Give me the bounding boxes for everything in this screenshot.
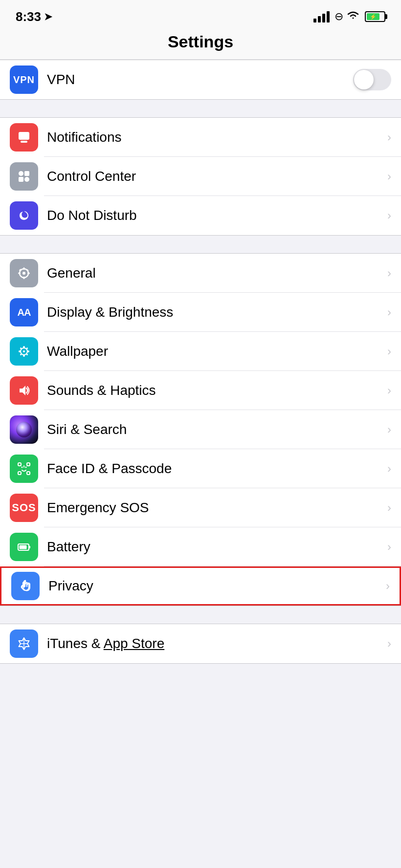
- svg-rect-33: [29, 546, 30, 548]
- display-brightness-row[interactable]: AA Display & Brightness ›: [0, 293, 401, 332]
- sounds-haptics-label: Sounds & Haptics: [47, 383, 387, 398]
- face-id-icon: [10, 455, 38, 483]
- battery-settings-icon: [10, 533, 38, 561]
- section-divider-3: [0, 606, 401, 624]
- siri-search-chevron: ›: [387, 423, 391, 436]
- vpn-toggle[interactable]: [353, 69, 391, 90]
- svg-point-19: [27, 350, 29, 352]
- face-id-label: Face ID & Passcode: [47, 461, 387, 477]
- signal-bars-icon: [313, 11, 330, 22]
- notifications-chevron: ›: [387, 130, 391, 144]
- status-bar: 8:33 ➤ ⊖ ⚡: [0, 0, 401, 29]
- do-not-disturb-chevron: ›: [387, 209, 391, 222]
- privacy-chevron: ›: [386, 579, 390, 593]
- control-center-icon: [10, 162, 38, 191]
- emergency-sos-chevron: ›: [387, 501, 391, 515]
- emergency-sos-label: Emergency SOS: [47, 500, 387, 516]
- store-section: iTunes & App Store ›: [0, 624, 401, 664]
- page-title: Settings: [0, 32, 401, 51]
- battery-status-icon: ⚡: [365, 11, 385, 22]
- svg-point-20: [20, 347, 22, 349]
- svg-rect-11: [27, 273, 30, 274]
- svg-marker-24: [20, 386, 25, 395]
- itunes-appstore-chevron: ›: [387, 637, 391, 651]
- display-brightness-chevron: ›: [387, 305, 391, 319]
- svg-rect-28: [27, 472, 30, 475]
- privacy-label: Privacy: [48, 578, 386, 594]
- svg-point-29: [22, 467, 23, 468]
- svg-point-30: [25, 467, 27, 468]
- svg-rect-8: [23, 267, 25, 270]
- face-id-chevron: ›: [387, 462, 391, 476]
- sounds-haptics-row[interactable]: Sounds & Haptics ›: [0, 371, 401, 410]
- svg-point-15: [23, 350, 25, 352]
- svg-rect-27: [18, 472, 21, 475]
- wallpaper-icon: [10, 337, 38, 366]
- do-not-disturb-icon: [10, 201, 38, 230]
- location-arrow-icon: ➤: [44, 11, 52, 22]
- control-center-row[interactable]: Control Center ›: [0, 157, 401, 196]
- wallpaper-chevron: ›: [387, 345, 391, 358]
- siri-search-icon: [10, 415, 38, 444]
- wallpaper-row[interactable]: Wallpaper ›: [0, 332, 401, 371]
- svg-rect-25: [18, 463, 21, 466]
- do-not-disturb-label: Do Not Disturb: [47, 208, 387, 223]
- emergency-sos-row[interactable]: SOS Emergency SOS ›: [0, 488, 401, 527]
- status-icons: ⊖ ⚡: [313, 10, 385, 23]
- app-store-underlined: App Store: [104, 636, 165, 651]
- svg-point-7: [22, 272, 25, 275]
- svg-rect-3: [24, 171, 29, 176]
- time-display: 8:33: [16, 9, 41, 24]
- display-brightness-icon: AA: [10, 298, 38, 326]
- battery-chevron: ›: [387, 540, 391, 554]
- battery-row[interactable]: Battery ›: [0, 527, 401, 566]
- status-time: 8:33 ➤: [16, 9, 52, 24]
- section-divider-1: [0, 100, 401, 117]
- wifi-icon: ⊖: [334, 10, 360, 23]
- svg-rect-4: [19, 177, 23, 182]
- siri-orb: [16, 422, 32, 437]
- general-label: General: [47, 265, 387, 281]
- general-chevron: ›: [387, 266, 391, 280]
- svg-point-21: [26, 347, 28, 349]
- notifications-icon: [10, 123, 38, 152]
- svg-point-22: [20, 354, 22, 355]
- privacy-row[interactable]: Privacy ›: [0, 566, 401, 606]
- wallpaper-label: Wallpaper: [47, 344, 387, 359]
- sounds-haptics-icon: [10, 376, 38, 405]
- vpn-icon: VPN: [10, 65, 38, 94]
- emergency-sos-icon: SOS: [10, 494, 38, 522]
- general-row[interactable]: General ›: [0, 254, 401, 293]
- do-not-disturb-row[interactable]: Do Not Disturb ›: [0, 196, 401, 235]
- sounds-haptics-chevron: ›: [387, 384, 391, 397]
- itunes-appstore-row[interactable]: iTunes & App Store ›: [0, 624, 401, 663]
- svg-rect-5: [24, 177, 29, 182]
- vpn-label: VPN: [47, 72, 353, 87]
- vpn-row[interactable]: VPN VPN: [0, 60, 401, 99]
- siri-search-row[interactable]: Siri & Search ›: [0, 410, 401, 449]
- face-id-row[interactable]: Face ID & Passcode ›: [0, 449, 401, 488]
- itunes-appstore-label: iTunes & App Store: [47, 636, 387, 651]
- general-icon: [10, 259, 38, 287]
- svg-rect-2: [19, 171, 23, 176]
- notifications-row[interactable]: Notifications ›: [0, 118, 401, 157]
- svg-rect-1: [21, 141, 27, 143]
- control-center-chevron: ›: [387, 170, 391, 183]
- vpn-section: VPN VPN: [0, 60, 401, 100]
- navigation-header: Settings: [0, 29, 401, 60]
- svg-rect-0: [19, 132, 29, 140]
- toggle-knob: [354, 70, 374, 89]
- section-divider-2: [0, 236, 401, 253]
- notifications-section: Notifications › Control Center ›: [0, 117, 401, 236]
- main-settings-section: General › AA Display & Brightness ›: [0, 253, 401, 606]
- svg-point-16: [23, 346, 25, 348]
- vpn-toggle-container: [353, 69, 391, 90]
- battery-label: Battery: [47, 539, 387, 555]
- section-divider-4: [0, 664, 401, 681]
- svg-rect-10: [18, 273, 21, 274]
- notifications-label: Notifications: [47, 130, 387, 145]
- svg-point-18: [19, 350, 21, 352]
- svg-point-17: [23, 355, 25, 357]
- settings-list: VPN VPN Notifications ›: [0, 60, 401, 681]
- control-center-label: Control Center: [47, 169, 387, 184]
